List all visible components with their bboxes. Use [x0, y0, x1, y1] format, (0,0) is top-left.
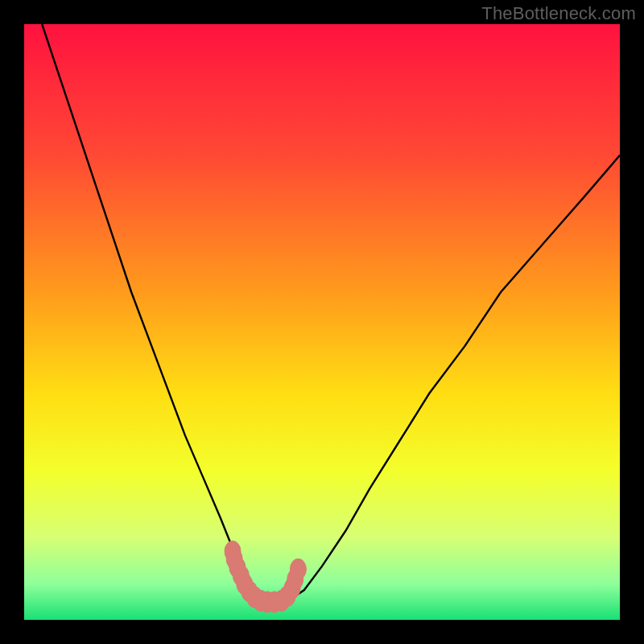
chart-frame: { "watermark": "TheBottleneck.com", "col…: [0, 0, 644, 644]
watermark-text: TheBottleneck.com: [481, 3, 636, 24]
bottleneck-chart: [0, 0, 644, 644]
curve-marker: [290, 559, 306, 580]
plot-background: [24, 24, 620, 620]
